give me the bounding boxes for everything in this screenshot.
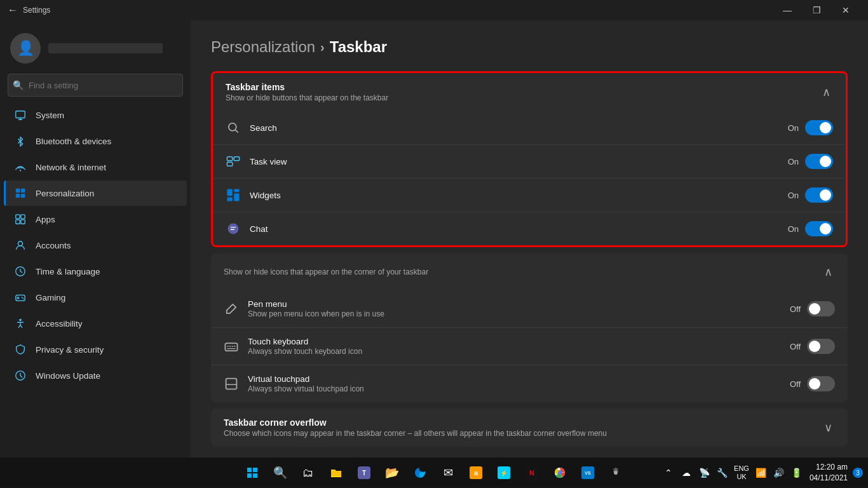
taskbar-app-start[interactable] bbox=[240, 460, 265, 485]
sidebar-nav: System Bluetooth & devices Network & int… bbox=[0, 102, 191, 389]
sidebar-item-accounts[interactable]: Accounts bbox=[4, 233, 187, 258]
sidebar-item-bluetooth[interactable]: Bluetooth & devices bbox=[4, 128, 187, 154]
sidebar-item-apps[interactable]: Apps bbox=[4, 207, 187, 232]
collapse-taskbar-items-button[interactable]: ∧ bbox=[820, 83, 833, 102]
svg-text:a: a bbox=[474, 469, 478, 477]
toggle-label-touchpad: Off bbox=[790, 379, 801, 389]
svg-rect-29 bbox=[253, 468, 257, 472]
taskbar-app-teams[interactable]: T bbox=[351, 460, 377, 485]
taskbar-app-mail[interactable]: ✉ bbox=[435, 460, 461, 485]
sidebar-item-update[interactable]: Windows Update bbox=[4, 363, 187, 388]
taskbar-app-chrome[interactable] bbox=[547, 460, 573, 485]
app-body: 👤 🔍 System Bluetooth & devices Network &… bbox=[0, 20, 868, 458]
sidebar-item-privacy[interactable]: Privacy & security bbox=[4, 337, 187, 362]
overflow-title: Taskbar corner overflow bbox=[224, 417, 607, 428]
wifi-icon[interactable]: 📶 bbox=[754, 465, 769, 480]
toggle-keyboard[interactable] bbox=[807, 339, 835, 354]
toggle-widgets[interactable] bbox=[805, 187, 833, 203]
tray-chevron-icon[interactable]: ⌃ bbox=[661, 465, 676, 480]
sidebar-item-label: Windows Update bbox=[36, 371, 100, 381]
svg-rect-19 bbox=[234, 157, 239, 161]
taskbar-app-amazon[interactable]: a bbox=[463, 460, 489, 485]
language-badge[interactable]: ENG UK bbox=[732, 463, 751, 482]
sidebar: 👤 🔍 System Bluetooth & devices Network &… bbox=[0, 20, 191, 458]
accounts-icon bbox=[14, 239, 27, 252]
toggle-label-taskview: On bbox=[788, 157, 799, 166]
toggle-label-keyboard: Off bbox=[790, 342, 801, 351]
overflow-subtitle: Choose which icons may appear in the tas… bbox=[224, 429, 607, 438]
toggle-thumb-taskview bbox=[820, 156, 831, 167]
corner-icons-card: Show or hide icons that appear on the co… bbox=[211, 254, 848, 402]
taskbar-app-vscode[interactable]: VS bbox=[575, 460, 600, 485]
toggle-touchpad[interactable] bbox=[807, 376, 835, 391]
svg-rect-3 bbox=[21, 189, 25, 193]
toggle-thumb-pen bbox=[809, 303, 820, 315]
svg-rect-28 bbox=[247, 468, 252, 472]
taskbar-app-app1[interactable]: ⚡ bbox=[491, 460, 517, 485]
taskbar-app-edge[interactable] bbox=[407, 460, 433, 485]
sidebar-item-system[interactable]: System bbox=[4, 102, 187, 128]
control-taskview: On bbox=[788, 154, 833, 169]
privacy-icon bbox=[14, 343, 27, 356]
taskbar-app-netflix[interactable]: N bbox=[519, 460, 545, 485]
card-header: Taskbar items Show or hide buttons that … bbox=[213, 73, 846, 111]
overflow-header-text: Taskbar corner overflow Choose which ico… bbox=[224, 417, 607, 438]
control-search: On bbox=[788, 120, 833, 135]
toggle-chat[interactable] bbox=[805, 221, 833, 236]
toggle-track-search bbox=[805, 120, 833, 135]
taskbar-item-search: Search On bbox=[213, 111, 846, 144]
user-section: 👤 bbox=[0, 20, 191, 74]
control-chat: On bbox=[788, 221, 833, 236]
taskbar-app-settings[interactable] bbox=[603, 460, 628, 485]
search-box: 🔍 bbox=[8, 74, 183, 97]
svg-point-15 bbox=[19, 319, 22, 322]
collapse-overflow-button[interactable]: ∨ bbox=[822, 418, 835, 437]
toggle-label-widgets: On bbox=[788, 191, 799, 200]
title-bar: ← Settings — ❐ ✕ bbox=[0, 0, 868, 20]
sidebar-item-gaming[interactable]: Gaming bbox=[4, 285, 187, 310]
network-tray-icon[interactable]: 📡 bbox=[696, 465, 712, 480]
sidebar-item-time[interactable]: Time & language bbox=[4, 259, 187, 284]
toggle-search[interactable] bbox=[805, 120, 833, 135]
corner-icons-header: Show or hide icons that appear on the co… bbox=[211, 254, 848, 290]
cloud-icon[interactable]: ☁ bbox=[679, 465, 694, 480]
close-button[interactable]: ✕ bbox=[831, 0, 860, 20]
accessibility-icon bbox=[14, 317, 27, 330]
taskbar-app-explorer[interactable] bbox=[323, 460, 349, 485]
notification-badge[interactable]: 3 bbox=[853, 468, 863, 478]
search-input[interactable] bbox=[8, 74, 183, 97]
setting-title-touchpad: Virtual touchpad bbox=[248, 374, 781, 384]
toggle-thumb-keyboard bbox=[809, 341, 820, 352]
svg-point-1 bbox=[20, 170, 21, 171]
apps-icon bbox=[14, 213, 27, 226]
taskbar-clock[interactable]: 12:20 am 04/11/2021 bbox=[807, 462, 850, 484]
svg-text:N: N bbox=[529, 469, 534, 477]
collapse-corner-icons-button[interactable]: ∧ bbox=[822, 262, 835, 281]
svg-rect-21 bbox=[227, 189, 232, 196]
taskbar-app-taskview[interactable]: 🗂 bbox=[295, 460, 321, 485]
minimize-button[interactable]: — bbox=[773, 0, 802, 20]
svg-point-42 bbox=[558, 471, 562, 475]
speaker-icon[interactable]: 🔊 bbox=[771, 465, 787, 480]
sidebar-item-accessibility[interactable]: Accessibility bbox=[4, 311, 187, 336]
back-icon[interactable]: ← bbox=[8, 4, 18, 16]
taskbar-app-files[interactable]: 📂 bbox=[379, 460, 405, 485]
svg-rect-8 bbox=[16, 220, 20, 224]
toggle-label-search: On bbox=[788, 123, 799, 133]
sidebar-item-personalization[interactable]: Personalization bbox=[4, 180, 187, 206]
svg-rect-31 bbox=[253, 473, 257, 478]
svg-rect-0 bbox=[16, 111, 25, 118]
svg-rect-6 bbox=[16, 215, 20, 219]
setting-desc-keyboard: Always show touch keyboard icon bbox=[248, 347, 781, 356]
toggle-pen[interactable] bbox=[807, 301, 835, 316]
svg-point-14 bbox=[23, 298, 24, 299]
sidebar-item-network[interactable]: Network & internet bbox=[4, 154, 187, 180]
tray-app1-icon[interactable]: 🔧 bbox=[714, 465, 729, 480]
toggle-taskview[interactable] bbox=[805, 154, 833, 169]
sidebar-item-label: Network & internet bbox=[36, 163, 106, 172]
keyboard-icon bbox=[224, 339, 239, 354]
taskbar-app-search[interactable]: 🔍 bbox=[268, 460, 293, 485]
battery-icon[interactable]: 🔋 bbox=[789, 465, 804, 480]
restore-button[interactable]: ❐ bbox=[802, 0, 831, 20]
setting-label-search: Search bbox=[250, 123, 779, 133]
